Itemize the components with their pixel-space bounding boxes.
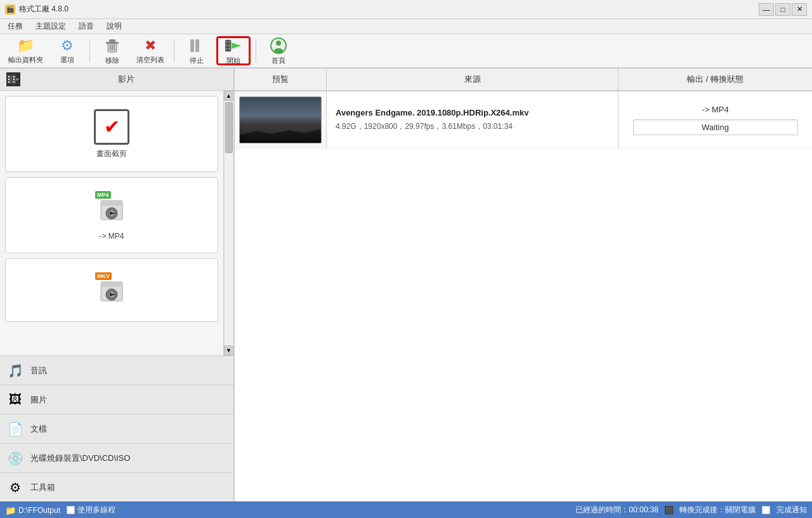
sidebar-video-title: 影片 — [25, 74, 227, 85]
category-audio[interactable]: 🎵 音訊 — [0, 355, 233, 385]
pause-label: 停止 — [190, 56, 204, 65]
card-clip-label: 畫面截剪 — [96, 149, 127, 159]
col-output-header: 輸出 / 轉換狀態 — [619, 69, 812, 90]
menu-task[interactable]: 任務 — [5, 20, 25, 33]
scrollbar-down-arrow[interactable]: ▼ — [224, 345, 234, 355]
file-preview-cell — [235, 91, 327, 148]
category-disc[interactable]: 💿 光碟燒錄裝置\DVD\CD\ISO — [0, 443, 233, 472]
svg-rect-9 — [226, 41, 227, 43]
table-row[interactable]: Avengers Endgame. 2019.1080p.HDRip.X264.… — [235, 91, 812, 149]
clear-list-label: 清空列表 — [136, 55, 164, 65]
notify-checkbox[interactable]: ✔ — [762, 506, 770, 514]
output-folder-button[interactable]: 📁 輸出資料夾 — [4, 36, 48, 65]
main-area: 影片 ✔ 畫面截剪 MP4 — [0, 69, 812, 501]
home-icon — [270, 37, 287, 55]
pause-button[interactable]: 停止 — [180, 36, 214, 65]
category-audio-label: 音訊 — [30, 365, 47, 376]
svg-rect-24 — [13, 79, 15, 80]
output-folder-label: 輸出資料夾 — [8, 55, 43, 65]
start-label: 開始 — [226, 56, 240, 65]
home-label: 首頁 — [272, 56, 285, 65]
mp4-badge: MP4 — [93, 190, 131, 228]
table-header: 預覧 來源 輸出 / 轉換狀態 — [235, 69, 812, 91]
file-output-cell: -> MP4 Waiting — [619, 91, 812, 148]
scrollbar-thumb[interactable] — [225, 102, 233, 153]
category-document-label: 文檔 — [30, 423, 47, 435]
toolbox-icon: ⚙ — [6, 479, 24, 496]
status-folder-icon: 📁 — [5, 505, 16, 515]
menu-audio[interactable]: 語音 — [76, 20, 96, 33]
menu-help[interactable]: 說明 — [104, 20, 124, 33]
sidebar-cards: ✔ 畫面截剪 MP4 — [0, 91, 223, 355]
card-mkv[interactable]: MKV — [5, 258, 218, 322]
menu-theme[interactable]: 主題設定 — [33, 20, 69, 33]
elapsed-time: 已經過的時間：00:00:38 — [575, 505, 658, 515]
content-area: 預覧 來源 輸出 / 轉換狀態 Avengers Endgame. 2019.1… — [235, 69, 812, 501]
app-title: 格式工廠 4.8.0 — [19, 4, 69, 15]
maximize-button[interactable]: □ — [775, 3, 790, 16]
category-document[interactable]: 📄 文檔 — [0, 414, 233, 443]
thumbnail-overlay — [240, 130, 321, 143]
mp4-badge-label: MP4 — [95, 191, 111, 199]
start-icon — [225, 37, 242, 55]
separator-1 — [89, 39, 90, 62]
notify-label: 完成通知 — [776, 505, 807, 515]
delete-button[interactable]: 移除 — [95, 36, 129, 65]
svg-rect-11 — [226, 48, 227, 50]
category-image-label: 圖片 — [30, 394, 47, 406]
separator-3 — [256, 39, 256, 62]
category-toolbox[interactable]: ⚙ 工具箱 — [0, 472, 233, 501]
clip-checkmark-icon: ✔ — [104, 116, 120, 138]
svg-rect-33 — [101, 282, 122, 287]
file-info-cell: Avengers Endgame. 2019.1080p.HDRip.X264.… — [327, 91, 619, 148]
card-mp4[interactable]: MP4 -> MP4 — [5, 177, 218, 253]
clear-list-button[interactable]: ✖ 清空列表 — [132, 36, 169, 65]
disc-icon: 💿 — [6, 449, 24, 467]
col-source-header: 來源 — [327, 69, 619, 90]
shutdown-label: 轉換完成後：關閉電腦 — [679, 505, 756, 515]
close-button[interactable]: ✕ — [792, 3, 807, 16]
svg-rect-13 — [229, 44, 230, 46]
status-folder[interactable]: 📁 D:\FFOutput — [5, 505, 60, 515]
clip-icon: ✔ — [94, 109, 129, 145]
output-format: -> MP4 — [702, 105, 728, 114]
video-header-icon — [6, 72, 20, 86]
svg-rect-20 — [8, 76, 10, 77]
svg-rect-21 — [8, 79, 10, 80]
thumbnail-scene — [240, 97, 321, 143]
delete-icon — [103, 37, 121, 55]
file-meta: 4.92G，1920x800，29.97fps，3.61Mbps，03:01:3… — [336, 121, 609, 132]
minimize-button[interactable]: — — [759, 3, 774, 16]
status-multithread[interactable]: ✔ 使用多線程 — [67, 505, 115, 515]
svg-rect-23 — [13, 76, 15, 77]
card-clip[interactable]: ✔ 畫面截剪 — [5, 96, 218, 172]
settings-icon: ⚙ — [58, 37, 76, 54]
multithread-checkbox[interactable]: ✔ — [67, 506, 75, 514]
svg-rect-22 — [8, 81, 10, 83]
app-icon: 🎬 — [5, 4, 15, 15]
shutdown-checkbox[interactable] — [665, 506, 673, 514]
svg-rect-10 — [226, 44, 227, 46]
pause-icon — [188, 37, 206, 55]
start-button[interactable]: 開始 — [216, 36, 251, 65]
scrollbar-up-arrow[interactable]: ▲ — [224, 91, 234, 101]
category-image[interactable]: 🖼 圖片 — [0, 385, 233, 414]
home-button[interactable]: 首頁 — [261, 36, 296, 65]
col-preview-header: 預覧 — [235, 69, 327, 90]
mkv-badge-label: MKV — [95, 272, 112, 280]
status-path: D:\FFOutput — [18, 506, 60, 515]
toolbar: 📁 輸出資料夾 ⚙ 選項 移除 ✖ 清空列表 — [0, 34, 812, 69]
status-bar: 📁 D:\FFOutput ✔ 使用多線程 已經過的時間：00:00:38 轉換… — [0, 501, 812, 518]
category-disc-label: 光碟燒錄裝置\DVD\CD\ISO — [30, 453, 130, 464]
scrollbar-track — [225, 101, 233, 345]
options-button[interactable]: ⚙ 選項 — [50, 36, 84, 65]
svg-point-18 — [274, 48, 283, 53]
sidebar-header-video[interactable]: 影片 — [0, 69, 233, 91]
clear-icon: ✖ — [141, 37, 159, 54]
folder-icon: 📁 — [17, 37, 35, 54]
svg-rect-25 — [13, 81, 15, 83]
status-right: 已經過的時間：00:00:38 轉換完成後：關閉電腦 ✔ 完成通知 — [575, 505, 807, 515]
sidebar-content: ✔ 畫面截剪 MP4 — [0, 91, 233, 355]
window-controls: — □ ✕ — [759, 3, 807, 16]
title-bar-left: 🎬 格式工廠 4.8.0 — [5, 4, 69, 15]
